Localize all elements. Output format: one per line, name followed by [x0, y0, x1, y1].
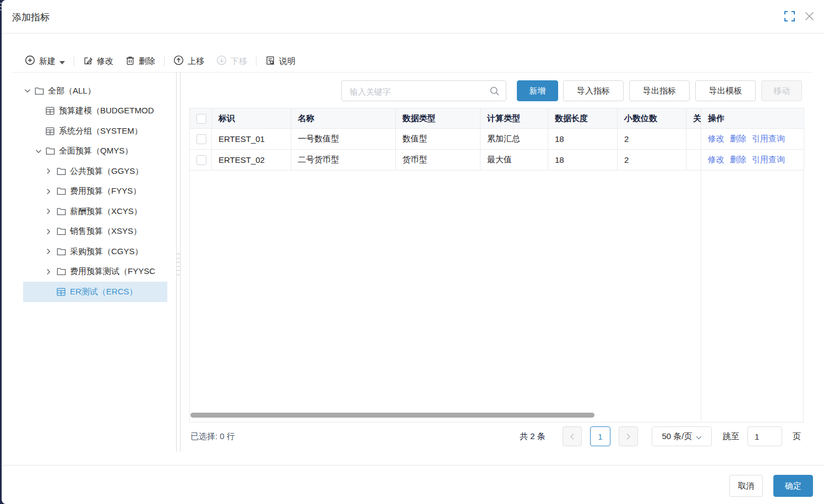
explain-button[interactable]: 说明: [265, 56, 296, 67]
tree-item[interactable]: 公共预算（GGYS）: [23, 161, 167, 182]
table-icon: [46, 107, 58, 115]
tree-item-label: 全面预算（QMYS）: [59, 146, 133, 156]
caret-right-icon[interactable]: [46, 188, 57, 195]
document-note-icon: [265, 56, 275, 67]
table-cell: 2: [618, 150, 686, 171]
tree-item[interactable]: 全部（ALL）: [23, 81, 167, 101]
tree-item[interactable]: ER测试（ERCS）: [23, 282, 167, 302]
toolbar-divider: [256, 57, 257, 66]
tree-item[interactable]: 系统分组（SYSTEM）: [23, 121, 167, 141]
page-unit-label: 页: [793, 431, 801, 442]
tree-item-label: 费用预算测试（FYYSC: [70, 266, 155, 277]
jump-to-label: 跳至: [723, 431, 739, 442]
tree-item-label: 预算建模（BUDGETMOD: [59, 106, 154, 116]
modify-link[interactable]: 修改: [708, 155, 724, 164]
row-checkbox[interactable]: [197, 155, 206, 165]
caret-right-icon[interactable]: [46, 208, 57, 215]
caret-right-icon[interactable]: [46, 228, 57, 235]
reference-query-link[interactable]: 引用查询: [752, 155, 785, 164]
delete-link[interactable]: 删除: [730, 134, 746, 143]
import-indicators-button[interactable]: 导入指标: [563, 80, 624, 101]
tree-item[interactable]: 薪酬预算（XCYS）: [23, 201, 167, 222]
plus-circle-icon: [25, 55, 35, 67]
splitter-grip-icon[interactable]: [177, 254, 180, 278]
table-cell: ERTEST_01: [212, 129, 291, 150]
table-cell: 二号货币型: [291, 150, 396, 171]
panel-splitter[interactable]: [180, 72, 181, 452]
search-input[interactable]: [348, 81, 488, 102]
tree-item[interactable]: 销售预算（XSYS）: [23, 222, 167, 242]
close-icon[interactable]: [805, 12, 815, 21]
cancel-button[interactable]: 取消: [729, 475, 763, 497]
table-cell: 18: [548, 129, 618, 150]
tree-item[interactable]: 费用预算（FYYS）: [23, 182, 167, 202]
folder-icon: [57, 187, 69, 195]
column-header: 计算类型: [481, 108, 548, 129]
export-indicators-button[interactable]: 导出指标: [629, 80, 690, 101]
fullscreen-icon[interactable]: [784, 11, 795, 22]
move-down-button[interactable]: 下移: [216, 55, 247, 67]
footer-divider: [2, 465, 824, 465]
tree-item[interactable]: 全面预算（QMYS）: [23, 141, 167, 162]
column-header: 数据类型: [396, 108, 481, 129]
arrow-down-circle-icon: [216, 55, 227, 67]
column-header: 数据长度: [548, 108, 618, 129]
next-page-button[interactable]: [619, 426, 638, 446]
prev-page-button[interactable]: [563, 426, 582, 446]
toolbar-bottom-divider: [12, 72, 812, 73]
horizontal-scrollbar[interactable]: [190, 413, 594, 418]
select-all-checkbox[interactable]: [197, 114, 206, 124]
page-number-button[interactable]: 1: [590, 426, 610, 446]
folder-icon: [57, 207, 69, 216]
screen: 添加指标 新建 修改 删除 上移 下移: [0, 0, 824, 504]
reference-query-link[interactable]: 引用查询: [752, 134, 785, 143]
tree-item-label: 全部（ALL）: [48, 86, 96, 96]
column-header: 关: [686, 108, 701, 129]
export-template-button[interactable]: 导出模板: [695, 80, 756, 101]
modify-link[interactable]: 修改: [708, 134, 724, 143]
delete-link[interactable]: 删除: [730, 155, 746, 164]
tree-item[interactable]: 费用预算测试（FYYSC: [23, 262, 167, 282]
column-header: 名称: [291, 108, 396, 129]
caret-right-icon[interactable]: [46, 248, 57, 255]
jump-page-input[interactable]: [747, 426, 782, 446]
table-cell: [686, 129, 701, 150]
delete-button[interactable]: 删除: [125, 56, 155, 67]
table-cell: 货币型: [396, 150, 481, 171]
toolbar-divider: [74, 57, 74, 66]
table-cell: 累加汇总: [481, 129, 548, 150]
tree-item-label: 销售预算（XSYS）: [70, 226, 141, 237]
total-count: 共 2 条: [520, 431, 545, 442]
fixed-column-divider: [701, 170, 701, 422]
caret-right-icon[interactable]: [46, 168, 57, 174]
column-header: 小数位数: [618, 108, 686, 129]
selection-info: 已选择: 0 行: [190, 431, 235, 442]
modify-button[interactable]: 修改: [83, 56, 113, 67]
tree-item-label: 费用预算（FYYS）: [70, 186, 141, 196]
dialog-title: 添加指标: [12, 11, 50, 24]
folder-icon: [46, 147, 58, 155]
confirm-button[interactable]: 确定: [773, 475, 813, 497]
tree-item[interactable]: 采购预算（CGYS）: [23, 242, 167, 262]
table-cell: 最大值: [481, 150, 548, 171]
move-up-button[interactable]: 上移: [173, 55, 204, 67]
tree-item-label: ER测试（ERCS）: [70, 287, 138, 297]
caret-down-icon[interactable]: [35, 149, 46, 154]
add-button[interactable]: 新增: [517, 80, 558, 101]
caret-down-icon[interactable]: [24, 89, 35, 93]
row-checkbox[interactable]: [197, 134, 206, 144]
table-cell: 18: [548, 150, 618, 171]
column-header: 操作: [701, 108, 804, 129]
tree-item-label: 采购预算（CGYS）: [70, 246, 143, 257]
caret-right-icon[interactable]: [46, 269, 57, 275]
new-button[interactable]: 新建: [25, 55, 65, 67]
table-cell: 2: [618, 129, 686, 150]
search-icon[interactable]: [490, 86, 499, 98]
table-icon: [46, 127, 58, 135]
table-cell: 一号数值型: [291, 129, 396, 150]
tree-item[interactable]: 预算建模（BUDGETMOD: [23, 101, 167, 122]
page-size-select[interactable]: 50 条/页: [652, 426, 712, 446]
move-button[interactable]: 移动: [761, 80, 802, 101]
folder-icon: [35, 87, 47, 95]
folder-icon: [57, 248, 69, 256]
